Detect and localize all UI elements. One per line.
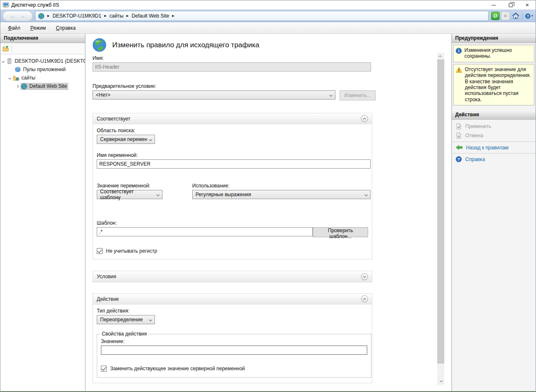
menu-help-accel: С xyxy=(56,25,60,31)
stop-icon xyxy=(503,13,508,18)
help-action[interactable]: ? Справка xyxy=(452,155,536,164)
value-label: Значение: xyxy=(101,338,367,344)
sites-folder-icon xyxy=(13,75,19,81)
pattern-input[interactable] xyxy=(97,227,313,236)
menu-help[interactable]: Справка xyxy=(52,23,80,33)
content-area: Подключения DES xyxy=(0,34,536,391)
precondition-label: Предварительное условие: xyxy=(93,83,451,89)
ignore-case-checkbox[interactable] xyxy=(97,248,103,254)
collapse-button[interactable] xyxy=(361,115,368,122)
edit-precondition-button[interactable]: Изменить... xyxy=(340,90,376,100)
apply-action[interactable]: Применить xyxy=(452,122,536,131)
right-panel: Предупреждения Изменения успешно сохране… xyxy=(452,34,536,391)
menu-view-rest: ежим xyxy=(34,25,46,31)
vertical-scrollbar[interactable] xyxy=(437,53,444,385)
svg-text:?: ? xyxy=(527,14,529,18)
using-select[interactable]: Регулярные выражения xyxy=(192,190,371,199)
actions-header: Действия xyxy=(452,110,536,120)
refresh-button[interactable] xyxy=(491,12,500,20)
restore-icon xyxy=(509,3,513,7)
forward-icon[interactable]: → xyxy=(20,13,25,19)
selected-tree-item[interactable]: Default Web Site xyxy=(21,83,68,90)
chevron-down-icon xyxy=(157,193,160,196)
chevron-down-icon[interactable] xyxy=(2,59,5,62)
warning-message-text: Отсутствует значение для действия переоп… xyxy=(465,67,532,102)
action-type-value: Переопределение xyxy=(100,317,143,323)
site-globe-icon xyxy=(21,83,27,90)
save-connection-icon[interactable] xyxy=(3,46,9,52)
actions-list: Применить Отмена Назад к правилам xyxy=(452,120,536,164)
address-breadcrumb[interactable]: ▶ DESKTOP-U1MK9D1 ▶ сайты ▶ Default Web … xyxy=(35,11,489,21)
info-message-text: Изменения успешно сохранены. xyxy=(464,47,532,59)
action-type-label: Тип действия: xyxy=(97,308,368,314)
action-properties-legend: Свойства действия xyxy=(100,331,148,337)
menu-file-accel: Ф xyxy=(8,25,12,31)
menu-view[interactable]: Режим xyxy=(26,23,50,33)
home-button[interactable] xyxy=(511,12,520,20)
chevron-down-icon xyxy=(365,193,368,196)
variable-value-select[interactable]: Соответствует шаблону xyxy=(97,190,162,199)
action-section-header[interactable]: Действие xyxy=(93,294,372,305)
precondition-select[interactable]: <Нет> xyxy=(93,90,335,100)
chevron-down-icon xyxy=(363,274,366,277)
stop-button[interactable] xyxy=(501,12,510,20)
variable-name-label: Имя переменной: xyxy=(97,152,368,158)
tree-node-server-label: DESKTOP-U1MK9D1 (DESKTOP xyxy=(15,58,85,64)
back-to-rules-action[interactable]: Назад к правилам xyxy=(452,143,536,152)
menu-file[interactable]: Файл xyxy=(4,23,25,33)
conditions-section-header[interactable]: Условия xyxy=(93,271,372,282)
match-section-title: Соответствует xyxy=(97,116,130,122)
toolbar-divider xyxy=(522,13,523,19)
help-circle-icon: ? xyxy=(456,156,462,162)
chevron-up-icon xyxy=(363,298,366,301)
refresh-icon xyxy=(492,13,498,19)
match-section-header[interactable]: Соответствует xyxy=(93,113,372,124)
collapse-button[interactable] xyxy=(361,295,368,302)
scrollbar-thumb[interactable] xyxy=(437,59,444,364)
scroll-down-button[interactable] xyxy=(437,378,444,385)
name-input[interactable] xyxy=(93,62,371,72)
tree-node-default-web-site[interactable]: Default Web Site xyxy=(2,82,85,90)
match-section: Соответствует Область поиска: Серверная … xyxy=(93,113,372,259)
svg-text:?: ? xyxy=(457,157,460,161)
expand-button[interactable] xyxy=(361,273,368,280)
breadcrumb-default-web-site[interactable]: Default Web Site xyxy=(131,13,169,19)
variable-name-input[interactable] xyxy=(97,159,371,169)
breadcrumb-separator-icon: ▶ xyxy=(47,14,49,18)
tree-node-server[interactable]: DESKTOP-U1MK9D1 (DESKTOP xyxy=(2,57,85,65)
chevron-down-icon xyxy=(149,138,152,141)
help-icon: ? xyxy=(525,13,531,20)
close-button[interactable]: × xyxy=(519,0,536,10)
tree-node-default-web-site-label: Default Web Site xyxy=(29,83,67,89)
scope-select[interactable]: Серверная переменн xyxy=(97,135,155,144)
replace-value-checkbox[interactable] xyxy=(101,366,107,372)
chevron-down-icon[interactable] xyxy=(8,76,11,79)
value-input[interactable] xyxy=(101,346,367,355)
minimize-button[interactable] xyxy=(485,0,502,10)
back-icon[interactable]: ← xyxy=(10,13,15,19)
cancel-label: Отмена xyxy=(465,133,483,138)
app-pools-icon xyxy=(15,67,21,73)
cancel-action[interactable]: Отмена xyxy=(452,131,536,140)
connections-panel: Подключения DES xyxy=(0,34,85,391)
breadcrumb-sites[interactable]: сайты xyxy=(109,13,124,19)
chevron-right-icon[interactable] xyxy=(16,85,19,87)
actions-divider xyxy=(452,141,536,142)
scroll-up-button[interactable] xyxy=(437,53,444,60)
pattern-label: Шаблон: xyxy=(97,220,368,226)
help-button[interactable]: ? ▼ xyxy=(525,12,533,20)
breadcrumb-server[interactable]: DESKTOP-U1MK9D1 xyxy=(52,13,101,19)
menu-help-rest: правка xyxy=(59,25,75,31)
help-label: Справка xyxy=(465,156,485,162)
tree-node-sites[interactable]: сайты xyxy=(2,74,85,82)
tree-node-app-pools[interactable]: Пулы приложений xyxy=(2,65,85,74)
test-pattern-button[interactable]: Проверить шаблон... xyxy=(313,227,368,237)
variable-value-value: Соответствует шаблону xyxy=(100,189,155,200)
restore-button[interactable] xyxy=(502,0,519,10)
tree-node-app-pools-label: Пулы приложений xyxy=(23,67,66,72)
apply-icon xyxy=(456,123,462,130)
help-dropdown-icon: ▼ xyxy=(531,15,533,17)
name-label: Имя: xyxy=(93,55,451,61)
action-type-select[interactable]: Переопределение xyxy=(97,315,155,324)
close-icon: × xyxy=(526,2,529,8)
